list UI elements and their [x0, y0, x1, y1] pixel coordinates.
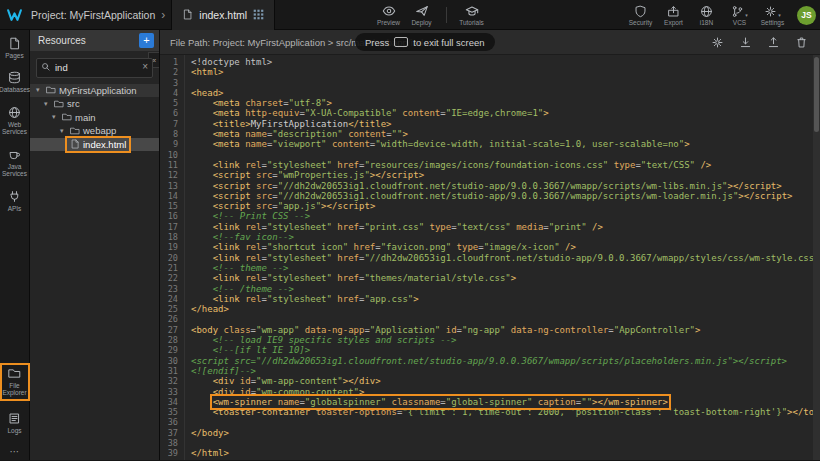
sidebar-item-label: Java Services: [0, 163, 29, 178]
folder-icon: [54, 99, 64, 109]
file-icon: [70, 139, 80, 149]
caret-down-icon[interactable]: ▾: [36, 86, 43, 94]
trash-icon[interactable]: [795, 36, 808, 49]
folder-icon: [62, 112, 72, 122]
project-name: Project: MyFirstApplication: [31, 9, 155, 21]
sidebar-item-label: Pages: [5, 52, 23, 59]
tree-item-label: main: [75, 112, 96, 123]
resource-search: ×: [36, 57, 153, 78]
resources-header: Resources +: [30, 30, 159, 51]
action-label: Security: [629, 19, 652, 26]
action-label: Deploy: [411, 19, 431, 26]
search-input[interactable]: [36, 58, 153, 78]
sidebar-item-label: Logs: [7, 427, 21, 434]
code-editor: File Path: Project: MyFirstApplication >…: [160, 30, 820, 460]
caret-down-icon[interactable]: ▾: [44, 100, 51, 108]
gear-icon: [764, 5, 777, 18]
search-icon: [41, 62, 51, 72]
database-icon: [8, 71, 21, 84]
chevron-down-icon: ▾: [778, 13, 781, 18]
tree-item-index-html[interactable]: index.html: [30, 138, 159, 152]
clear-search-icon[interactable]: ×: [142, 61, 148, 72]
tree-item-webapp[interactable]: ▾ webapp: [30, 124, 159, 138]
file-path-bar: File Path: Project: MyFirstApplication >…: [160, 30, 820, 55]
sidebar-item-file-explorer[interactable]: File Explorer: [1, 364, 29, 400]
preview-button[interactable]: Preview: [372, 4, 405, 26]
wavemaker-logo-icon[interactable]: [6, 6, 23, 23]
resource-tree: ▾ MyFirstApplication ▾ src ▾ main ▾ weba…: [30, 84, 159, 152]
export-box-icon: [667, 5, 680, 18]
folder-icon: [46, 85, 56, 95]
upload-icon[interactable]: [767, 36, 780, 49]
sidebar-item-databases[interactable]: Databases: [0, 71, 29, 93]
security-button[interactable]: Security: [624, 5, 657, 26]
tab-index-html[interactable]: index.html: [171, 0, 275, 30]
resources-title: Resources: [38, 35, 86, 46]
sidebar-more-button[interactable]: ⋯: [10, 446, 20, 457]
annotation-highlight: index.html: [68, 139, 128, 150]
esc-key-icon: [394, 37, 408, 47]
rocket-icon: [415, 4, 429, 18]
code-content[interactable]: <!doctype html><html> <head> <meta chars…: [185, 55, 820, 460]
tooltip-text: Press: [365, 37, 389, 48]
vcs-button[interactable]: ▾ VCS: [723, 5, 756, 26]
topbar: Project: MyFirstApplication › index.html…: [0, 0, 820, 30]
code-area: 1234567891011121314151617181920212223242…: [160, 55, 820, 460]
user-avatar[interactable]: JS: [797, 6, 816, 25]
divider: [446, 7, 447, 23]
coffee-cup-icon: [8, 148, 21, 161]
tree-item-label: src: [67, 98, 80, 109]
grid-view-icon[interactable]: [253, 9, 264, 20]
tree-item-label: webapp: [83, 125, 116, 136]
caret-down-icon[interactable]: ▾: [52, 113, 59, 121]
i18n-button[interactable]: i18N: [690, 5, 723, 26]
sidebar-item-label: APIs: [8, 205, 22, 212]
sidebar-item-logs[interactable]: Logs: [0, 412, 29, 434]
action-label: Export: [664, 19, 683, 26]
tree-item-label: MyFirstApplication: [59, 85, 137, 96]
sidebar-item-label: File Explorer: [1, 382, 29, 397]
chevron-down-icon: ▾: [745, 13, 748, 18]
deploy-button[interactable]: Deploy: [405, 4, 438, 26]
globe-icon: [8, 106, 21, 119]
sidebar-item-java-services[interactable]: Java Services: [0, 148, 29, 178]
export-button[interactable]: Export: [657, 5, 690, 26]
caret-down-icon[interactable]: ▾: [60, 127, 67, 135]
tab-label: index.html: [199, 9, 247, 21]
line-numbers: 1234567891011121314151617181920212223242…: [160, 55, 185, 460]
tree-item-main[interactable]: ▾ main: [30, 111, 159, 125]
tree-item-project[interactable]: ▾ MyFirstApplication: [30, 84, 159, 98]
editor-scrollbar[interactable]: [813, 55, 820, 460]
tutorials-button[interactable]: Tutorials: [455, 4, 488, 26]
resources-panel: Resources + « × ▾ MyFirstApplication ▾ s…: [30, 30, 160, 460]
sidebar-item-web-services[interactable]: Web Services: [0, 106, 29, 136]
folder-icon: [70, 126, 80, 136]
sidebar-item-pages[interactable]: Pages: [0, 37, 29, 59]
chevron-right-icon: ›: [161, 8, 165, 22]
plug-icon: [8, 190, 21, 203]
git-branch-icon: [731, 5, 744, 18]
action-label: Settings: [761, 19, 785, 26]
folder-icon: [8, 367, 21, 380]
settings-button[interactable]: ▾ Settings: [756, 5, 789, 26]
sidebar-item-apis[interactable]: APIs: [0, 190, 29, 212]
tree-item-label: index.html: [83, 139, 126, 150]
add-resource-button[interactable]: +: [139, 33, 154, 48]
graduation-cap-icon: [465, 4, 479, 18]
sidebar-item-label: Web Services: [0, 121, 29, 136]
scrollbar-thumb[interactable]: [814, 57, 819, 132]
tree-item-src[interactable]: ▾ src: [30, 97, 159, 111]
action-label: Tutorials: [459, 19, 484, 26]
fullscreen-tooltip: Press to exit full screen: [355, 33, 495, 51]
editor-settings-gear-icon[interactable]: [711, 36, 724, 49]
download-icon[interactable]: [739, 36, 752, 49]
page-icon: [8, 37, 21, 50]
left-icon-rail: Pages Databases Web Services Java Servic…: [0, 30, 30, 460]
eye-icon: [382, 4, 396, 18]
action-label: Preview: [377, 19, 400, 26]
tooltip-text: to exit full screen: [413, 37, 484, 48]
globe-icon: [700, 5, 713, 18]
shield-icon: [634, 5, 647, 18]
action-label: i18N: [700, 19, 713, 26]
action-label: VCS: [733, 19, 746, 26]
